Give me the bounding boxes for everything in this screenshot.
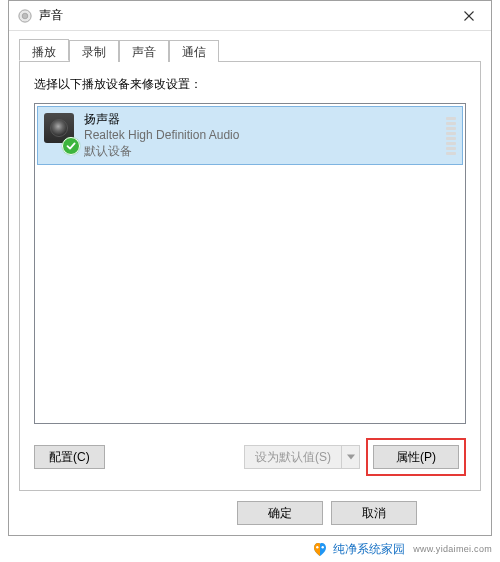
tab-playback[interactable]: 播放 bbox=[19, 39, 69, 61]
titlebar: 声音 bbox=[9, 1, 491, 31]
tab-panel-playback: 选择以下播放设备来修改设置： bbox=[19, 61, 481, 491]
svg-point-5 bbox=[316, 546, 318, 548]
configure-button[interactable]: 配置(C) bbox=[34, 445, 105, 469]
watermark-domain: www.yidaimei.com bbox=[413, 544, 492, 554]
chevron-down-icon bbox=[341, 446, 359, 468]
sound-dialog: 声音 播放 录制 声音 通信 选择以下播放设备来修改设置： bbox=[8, 0, 492, 536]
device-list[interactable]: 扬声器 Realtek High Definition Audio 默认设备 bbox=[34, 103, 466, 424]
device-description: Realtek High Definition Audio bbox=[84, 127, 440, 143]
window-title: 声音 bbox=[39, 7, 447, 24]
tab-recording[interactable]: 录制 bbox=[69, 40, 119, 62]
svg-point-1 bbox=[22, 13, 28, 19]
device-item[interactable]: 扬声器 Realtek High Definition Audio 默认设备 bbox=[37, 106, 463, 165]
svg-point-6 bbox=[322, 546, 324, 548]
tab-control: 播放 录制 声音 通信 选择以下播放设备来修改设置： bbox=[19, 39, 481, 491]
properties-button[interactable]: 属性(P) bbox=[373, 445, 459, 469]
tab-headers: 播放 录制 声音 通信 bbox=[19, 39, 481, 61]
close-button[interactable] bbox=[447, 1, 491, 30]
checkmark-icon bbox=[62, 137, 80, 155]
ok-button[interactable]: 确定 bbox=[237, 501, 323, 525]
highlight-properties: 属性(P) bbox=[366, 438, 466, 476]
level-meter bbox=[446, 111, 456, 155]
watermark: 纯净系统家园 www.yidaimei.com bbox=[311, 540, 492, 558]
client-area: 播放 录制 声音 通信 选择以下播放设备来修改设置： bbox=[9, 31, 491, 535]
device-buttons: 配置(C) 设为默认值(S) 属性(P) bbox=[34, 438, 466, 476]
logo-icon bbox=[311, 540, 329, 558]
svg-marker-4 bbox=[347, 455, 355, 460]
dialog-buttons: 确定 取消 bbox=[19, 501, 481, 525]
device-status: 默认设备 bbox=[84, 143, 440, 159]
set-default-label: 设为默认值(S) bbox=[245, 446, 341, 468]
device-text: 扬声器 Realtek High Definition Audio 默认设备 bbox=[84, 111, 440, 160]
tab-communications[interactable]: 通信 bbox=[169, 40, 219, 62]
instruction-text: 选择以下播放设备来修改设置： bbox=[34, 76, 466, 93]
set-default-button: 设为默认值(S) bbox=[244, 445, 360, 469]
device-icon bbox=[44, 111, 76, 155]
tab-sounds[interactable]: 声音 bbox=[119, 40, 169, 62]
cancel-button[interactable]: 取消 bbox=[331, 501, 417, 525]
speaker-icon bbox=[17, 8, 33, 24]
watermark-text: 纯净系统家园 bbox=[333, 541, 405, 558]
device-name: 扬声器 bbox=[84, 111, 440, 127]
